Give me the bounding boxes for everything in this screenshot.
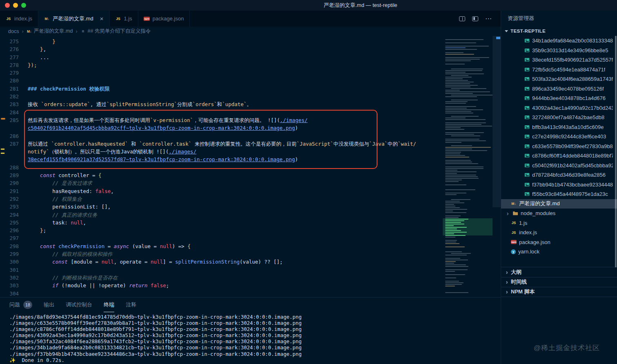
problems-count-badge: 18: [23, 301, 32, 309]
bottom-panel: 问题18输出调试控制台终端注释 ./images/8af8d93e437544f…: [0, 297, 501, 364]
code-text: ### checkPermission 校验权限: [19, 85, 110, 93]
code-text: [19, 164, 28, 171]
file-name: 35b9c30313d14e349c96bbe8e5: [532, 47, 608, 53]
panel-tab-调试控制台[interactable]: 调试控制台: [66, 297, 92, 312]
file-row-package.json[interactable]: npmpackage.json: [501, 237, 617, 247]
line-number: 296: [0, 226, 19, 234]
file-name: 503fa32ac4084f6ea288659a1743fcb2: [532, 76, 613, 82]
workspace-section-header[interactable]: TEST-REPTILE: [501, 26, 617, 36]
breadcrumb-label: docs: [8, 29, 19, 34]
breadcrumb-label: 严老湿的文章.md: [34, 28, 73, 35]
file-row-c633e5578b094ff39eef27830a9b8a71[interactable]: c633e5578b094ff39eef27830a9b8a71: [501, 142, 617, 151]
scrollbar-thumb[interactable]: [493, 36, 501, 207]
more-actions-icon[interactable]: [485, 15, 492, 22]
line-number: 300: [0, 258, 19, 266]
tab-label: package.json: [153, 16, 184, 22]
code-line: 277 ...: [0, 53, 416, 61]
line-number: 276: [0, 45, 19, 53]
file-row-38ecefd155fb4906921a37d52557fd87[interactable]: 38ecefd155fb4906921a37d52557fd87: [501, 55, 617, 65]
file-row-index.js[interactable]: JSindex.js: [501, 228, 617, 237]
sidebar-scrollbar[interactable]: [615, 36, 617, 267]
line-number: 291: [0, 187, 19, 195]
code-line: 290 // 是否发过请求: [0, 179, 416, 187]
code-editor[interactable]: 275 }276 },277 ...278});279280281### che…: [0, 36, 501, 297]
file-row-32724800ef7a4874a2bae5db8[interactable]: 32724800ef7a4874a2bae5db8: [501, 113, 617, 122]
file-row-c8786cf60ff14ddeb8448018e89bf791[interactable]: c8786cf60ff14ddeb8448018e89bf791: [501, 151, 617, 161]
file-name: 43092a43ec1a4990a92c17b0d243a512: [532, 105, 613, 111]
file-row-bffb3a413c9f43a5a10d5c609e[interactable]: bffb3a413c9f43a5a10d5c609e: [501, 122, 617, 132]
chevron-right-icon: ›: [504, 279, 509, 285]
file-row-严老湿的文章.md[interactable]: M↓严老湿的文章.md: [501, 199, 617, 209]
panel-tab-问题[interactable]: 问题18: [9, 297, 32, 312]
file-name: 严老湿的文章.md: [519, 200, 560, 207]
editor-scrollbar[interactable]: [493, 36, 501, 297]
editor-tab-严老湿的文章.md[interactable]: M↓严老湿的文章.md×: [38, 11, 109, 27]
image-icon: [524, 95, 530, 101]
code-line: 299 // 截取对应的模块和操作: [0, 250, 416, 258]
file-row-9444bb3ee4034878bc1a4d676[interactable]: 9444bb3ee4034878bc1a4d676: [501, 93, 617, 103]
code-text: [19, 77, 28, 84]
gutter-change-marker: [1, 118, 5, 120]
file-row-c50402f691b24402af5d45cbbba92cff[interactable]: c50402f691b24402af5d45cbbba92cff: [501, 161, 617, 171]
sidebar-section-时间线[interactable]: ›时间线: [501, 277, 617, 287]
code-text: notify`（锁机制）。所以只是一个仿造Java的锁机制 ![](./imag…: [19, 148, 196, 155]
js-icon: JS: [6, 17, 11, 21]
terminal-line: ./images/c633e5578b094ff39eef27830a9b8a7…: [9, 320, 302, 326]
file-row-43092a43ec1a4990a92c17b0d243a512[interactable]: 43092a43ec1a4990a92c17b0d243a512: [501, 103, 617, 113]
file-name: 38ecefd155fb4906921a37d52557fd87: [532, 57, 613, 63]
split-editor-icon[interactable]: [459, 16, 465, 21]
editor-tab-index.js[interactable]: JSindex.js: [0, 11, 38, 27]
line-number: 279: [0, 69, 19, 77]
breadcrumb-separator: ›: [75, 29, 77, 34]
terminal-line: ./images/43092a43ec1a4990a92c17b0d243a51…: [9, 332, 302, 338]
sidebar-section-NPM 脚本[interactable]: ›NPM 脚本: [501, 287, 617, 297]
file-row-72fb5dc5c4594e1ea88474a71f[interactable]: 72fb5dc5c4594e1ea88474a71f: [501, 65, 617, 75]
tab-close-icon[interactable]: ×: [100, 16, 104, 22]
file-row-34b1ade9fa684ea2b0c08313334821cb[interactable]: 34b1ade9fa684ea2b0c08313334821cb: [501, 36, 617, 46]
minimize-window-button[interactable]: [13, 3, 18, 8]
code-text: [19, 69, 28, 77]
panel-tab-输出[interactable]: 输出: [44, 297, 54, 312]
file-row-d787284bfcd346d39e8fea2856[interactable]: d787284bfcd346d39e8fea2856: [501, 170, 617, 180]
image-icon: [524, 182, 530, 187]
line-number: 304: [0, 290, 19, 297]
editor-tab-1.js[interactable]: JS1.js: [110, 11, 138, 27]
code-line: 302 // 判断模块和操作是否存在: [0, 274, 416, 282]
file-row-1.js[interactable]: JS1.js: [501, 218, 617, 228]
code-text: },: [19, 45, 46, 53]
editor-tab-package.json[interactable]: npmpackage.json: [138, 11, 190, 27]
breadcrumb-item[interactable]: ≡## 先简单介绍下自定义指令: [80, 28, 151, 35]
code-line: 296 };: [0, 226, 416, 234]
file-row-35b9c30313d14e349c96bbe8e5[interactable]: 35b9c30313d14e349c96bbe8e5: [501, 46, 617, 55]
section-label: 大纲: [511, 269, 522, 276]
file-row-896ca33459ec4078be095126f[interactable]: 896ca33459ec4078be095126f: [501, 84, 617, 94]
breadcrumb-item[interactable]: docs: [8, 29, 19, 34]
line-number: 280: [0, 77, 19, 84]
file-row-f37bb94b1b4743bcbaee923344486c3a[interactable]: f37bb94b1b4743bcbaee923344486c3a: [501, 180, 617, 190]
code-line: 289 const controller = {: [0, 171, 416, 179]
image-icon: [524, 38, 530, 43]
file-row-503fa32ac4084f6ea288659a1743fcb2[interactable]: 503fa32ac4084f6ea288659a1743fcb2: [501, 74, 617, 84]
panel-tab-终端[interactable]: 终端: [104, 297, 114, 312]
terminal-output[interactable]: ./images/8af8d93e437544fd81ec914785d70dd…: [9, 314, 302, 364]
file-row-yarn.lock[interactable]: yyarn.lock: [501, 247, 617, 257]
code-text: 接收 `orders::update`, 通过`splitPermissionS…: [19, 100, 252, 108]
line-number: 275: [0, 38, 19, 45]
section-label: 时间线: [511, 278, 527, 286]
file-row-node_modules[interactable]: ›node_modules: [501, 209, 617, 218]
line-number: 290: [0, 179, 19, 187]
file-name: d787284bfcd346d39e8fea2856: [532, 172, 606, 178]
file-name: node_modules: [521, 210, 555, 216]
editor-group: JSindex.jsM↓严老湿的文章.md×JS1.jsnpmpackage.j…: [0, 11, 501, 364]
breadcrumb-item[interactable]: M↓严老湿的文章.md: [27, 28, 73, 35]
minimap[interactable]: [443, 36, 493, 297]
file-row-c27e24998c92444c83ef6ce403[interactable]: c27e24998c92444c83ef6ce403: [501, 132, 617, 142]
panel-tab-注释[interactable]: 注释: [126, 297, 136, 312]
file-row-f55bc93c845a44f48975e1da23c[interactable]: f55bc93c845a44f48975e1da23c: [501, 189, 617, 199]
sidebar-sections: ›大纲›时间线›NPM 脚本: [501, 267, 617, 297]
maximize-window-button[interactable]: [21, 3, 26, 8]
sidebar-section-大纲[interactable]: ›大纲: [501, 267, 617, 277]
close-window-button[interactable]: [5, 3, 10, 8]
markdown-icon: M↓: [27, 29, 32, 33]
toggle-layout-icon[interactable]: [472, 16, 478, 21]
